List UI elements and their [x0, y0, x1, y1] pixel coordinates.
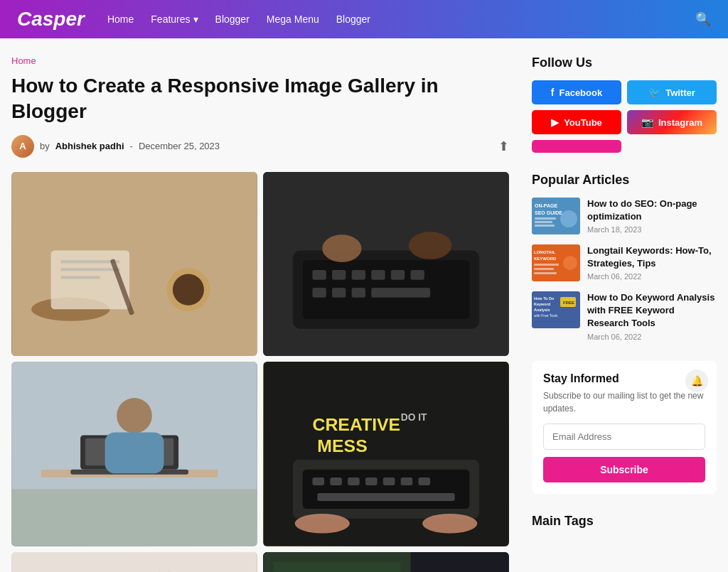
- youtube-button[interactable]: ▶ YouTube: [532, 110, 621, 134]
- svg-rect-34: [303, 470, 470, 509]
- site-logo[interactable]: Casper: [17, 8, 85, 31]
- youtube-icon: ▶: [551, 117, 559, 128]
- svg-point-85: [563, 256, 577, 270]
- article-date: December 25, 2023: [139, 141, 220, 151]
- article-meta-1: How to do SEO: On-page optimization Marc…: [587, 198, 717, 234]
- svg-point-7: [173, 274, 204, 305]
- gallery-item-2[interactable]: [263, 172, 509, 357]
- svg-rect-12: [312, 270, 326, 280]
- svg-rect-82: [534, 264, 559, 266]
- author-name[interactable]: Abhishek padhi: [55, 141, 124, 151]
- svg-point-47: [422, 514, 477, 534]
- subscribe-button[interactable]: Subscribe: [543, 457, 705, 482]
- svg-point-78: [560, 210, 577, 227]
- svg-rect-5: [60, 276, 100, 279]
- bell-icon: 🔔: [685, 369, 708, 392]
- stay-informed-section: 🔔 Stay Informed Subscribe to our mailing…: [532, 361, 717, 494]
- svg-rect-0: [11, 172, 257, 357]
- article-thumb-1: ON-PAGE SEO GUIDE: [532, 198, 580, 234]
- svg-text:MESS: MESS: [317, 436, 367, 455]
- svg-text:DO IT: DO IT: [401, 412, 427, 423]
- svg-rect-83: [534, 268, 554, 270]
- svg-rect-39: [383, 477, 395, 485]
- facebook-button[interactable]: f Facebook: [532, 80, 621, 104]
- svg-rect-36: [330, 477, 342, 485]
- svg-rect-31: [105, 433, 164, 474]
- article-thumb-3: How To Do Keyword Analysis with Free Too…: [532, 291, 580, 328]
- popular-article-1[interactable]: ON-PAGE SEO GUIDE How to do SEO: On-page…: [532, 198, 717, 234]
- svg-text:Analysis: Analysis: [534, 308, 550, 312]
- main-content: Home How to Create a Responsive Image Ga…: [11, 55, 509, 572]
- svg-text:ON-PAGE: ON-PAGE: [535, 203, 557, 208]
- article-thumb-2: LONGTAIL KEYWORD: [532, 244, 580, 281]
- nav-blogger-2[interactable]: Blogger: [336, 14, 370, 25]
- popular-articles-title: Popular Articles: [532, 173, 717, 188]
- article-meta-3: How to Do Keyword Analysis with FREE Key…: [587, 291, 717, 341]
- extra-social-button[interactable]: [532, 140, 621, 153]
- svg-rect-14: [352, 270, 365, 280]
- sidebar: Follow Us f Facebook 🐦 Twitter ▶ YouTube…: [532, 55, 717, 572]
- share-icon[interactable]: ⬆: [498, 139, 509, 154]
- nav-features[interactable]: Features ▾: [151, 14, 198, 25]
- popular-article-3[interactable]: How To Do Keyword Analysis with Free Too…: [532, 291, 717, 341]
- instagram-button[interactable]: 📷 Instagram: [627, 110, 717, 134]
- author-info: A by Abhishek padhi - December 25, 2023: [11, 135, 220, 158]
- article-title: How to Create a Responsive Image Gallery…: [11, 73, 509, 125]
- svg-text:CREATIVE: CREATIVE: [312, 415, 400, 434]
- main-tags-section: Main Tags: [532, 514, 717, 529]
- search-icon: 🔍: [695, 12, 711, 26]
- follow-us-section: Follow Us f Facebook 🐦 Twitter ▶ YouTube…: [532, 55, 717, 153]
- gallery-image-5: [11, 552, 257, 572]
- stay-informed-box: 🔔 Stay Informed Subscribe to our mailing…: [532, 361, 717, 494]
- svg-rect-25: [11, 490, 257, 546]
- gallery-image-4: CREATIVE MESS DO IT: [263, 362, 509, 546]
- svg-point-30: [117, 398, 152, 433]
- email-input[interactable]: [543, 423, 705, 450]
- popular-article-2[interactable]: LONGTAIL KEYWORD Longtail Keywords: How-…: [532, 244, 717, 281]
- svg-rect-41: [419, 477, 431, 485]
- svg-text:with Free Tools: with Free Tools: [534, 313, 558, 318]
- nav-home[interactable]: Home: [107, 14, 134, 25]
- svg-rect-38: [365, 477, 378, 485]
- svg-point-46: [295, 514, 350, 534]
- gallery-image-3: [11, 362, 257, 546]
- gallery-item-5[interactable]: [11, 552, 257, 572]
- twitter-button[interactable]: 🐦 Twitter: [627, 80, 717, 104]
- gallery-item-6[interactable]: [263, 552, 509, 572]
- svg-rect-40: [401, 477, 413, 485]
- gallery-item-3[interactable]: [11, 362, 257, 546]
- main-nav: Home Features ▾ Blogger Mega Menu Blogge…: [107, 14, 695, 25]
- gallery-item-1[interactable]: [11, 172, 257, 357]
- author-row: A by Abhishek padhi - December 25, 2023 …: [11, 135, 509, 158]
- popular-articles-section: Popular Articles ON-PAGE SEO GUIDE How t…: [532, 173, 717, 341]
- stay-informed-description: Subscribe to our mailing list to get the…: [543, 389, 705, 415]
- svg-rect-37: [348, 477, 360, 485]
- twitter-icon: 🐦: [648, 87, 660, 98]
- nav-mega-menu[interactable]: Mega Menu: [267, 14, 319, 25]
- nav-blogger-1[interactable]: Blogger: [215, 14, 250, 25]
- chevron-down-icon: ▾: [193, 14, 198, 25]
- follow-us-title: Follow Us: [532, 55, 717, 70]
- svg-text:KEYWORD: KEYWORD: [534, 257, 557, 261]
- gallery-item-4[interactable]: CREATIVE MESS DO IT: [263, 362, 509, 546]
- social-grid: f Facebook 🐦 Twitter ▶ YouTube 📷 Instagr…: [532, 80, 717, 153]
- page-wrapper: Home How to Create a Responsive Image Ga…: [0, 38, 728, 572]
- svg-rect-42: [317, 493, 454, 501]
- svg-text:How To Do: How To Do: [534, 296, 555, 301]
- svg-rect-13: [332, 270, 346, 280]
- svg-rect-17: [411, 270, 424, 280]
- svg-rect-84: [534, 272, 557, 274]
- svg-point-22: [322, 234, 361, 262]
- svg-rect-35: [312, 477, 324, 485]
- svg-rect-18: [312, 288, 326, 298]
- article-meta-2: Longtail Keywords: How-To, Strategies, T…: [587, 244, 717, 281]
- search-button[interactable]: 🔍: [695, 11, 711, 27]
- svg-text:LONGTAIL: LONGTAIL: [534, 250, 556, 254]
- svg-rect-48: [11, 552, 257, 572]
- breadcrumb[interactable]: Home: [11, 55, 509, 66]
- svg-rect-16: [391, 270, 405, 280]
- svg-rect-15: [371, 270, 385, 280]
- gallery-image-1: [11, 172, 257, 357]
- avatar: A: [11, 135, 34, 158]
- svg-text:SEO GUIDE: SEO GUIDE: [535, 210, 562, 215]
